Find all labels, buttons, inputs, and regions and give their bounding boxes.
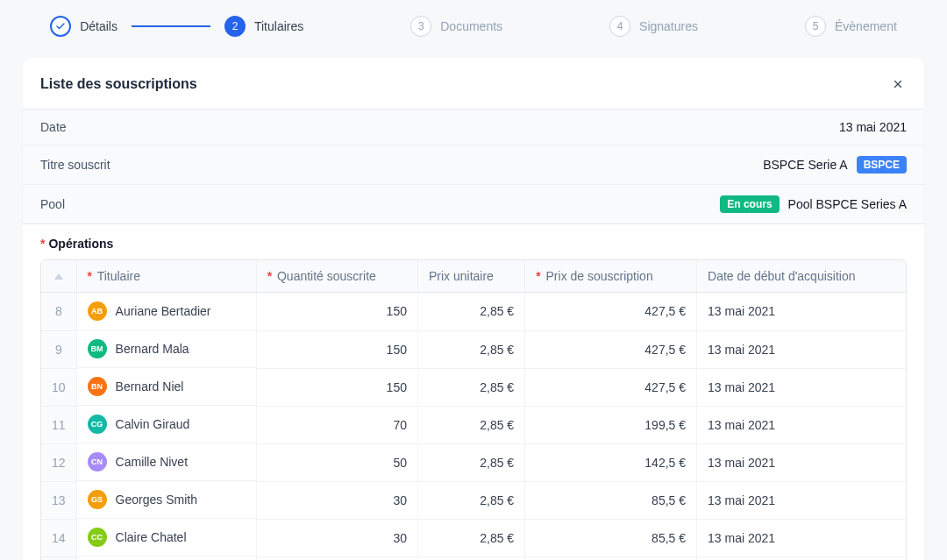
cell-acq-date: 13 mai 2021: [697, 293, 906, 331]
info-label: Pool: [40, 197, 65, 211]
cell-acq-date: 13 mai 2021: [697, 443, 906, 481]
section-title: Opérations: [48, 237, 113, 251]
bspce-badge: BSPCE: [857, 156, 907, 174]
avatar: CC: [88, 528, 107, 547]
cell-acq-date: 13 mai 2021: [697, 330, 906, 368]
cell-holder: BNBernard Niel: [77, 368, 256, 406]
operations-table: * Titulaire * Quantité souscrite Prix un…: [40, 259, 907, 560]
cell-quantity: 150: [256, 368, 417, 406]
required-star-icon: *: [536, 269, 540, 283]
cell-holder: BMBernard Mala: [77, 330, 256, 368]
table-row[interactable]: 15CCharles Bayon302,85 €85,5 €13 mai 202…: [41, 556, 906, 560]
col-holder[interactable]: * Titulaire: [76, 260, 256, 293]
cell-acq-date: 13 mai 2021: [697, 519, 906, 556]
col-index[interactable]: [41, 260, 76, 293]
check-icon: [50, 16, 71, 37]
pool-value: Pool BSPCE Series A: [788, 197, 907, 211]
step-label: Documents: [440, 19, 502, 33]
cell-unit-price: 2,85 €: [417, 330, 524, 368]
row-index: 11: [41, 406, 76, 443]
step-signatures[interactable]: 4 Signatures: [609, 16, 698, 37]
cell-holder: CCClaire Chatel: [77, 519, 256, 556]
row-index: 12: [41, 443, 76, 481]
required-star-icon: *: [267, 269, 272, 283]
cell-quantity: 150: [256, 293, 417, 331]
operations-header: * Opérations: [23, 224, 924, 259]
col-label: Prix unitaire: [429, 269, 494, 283]
cell-quantity: 30: [256, 556, 417, 560]
info-row-pool: Pool En cours Pool BSPCE Series A: [23, 185, 924, 223]
step-titulaires[interactable]: 2 Titulaires: [224, 16, 303, 37]
avatar: CN: [88, 452, 107, 471]
holder-name: Auriane Bertadier: [116, 304, 211, 318]
step-connector: [712, 25, 791, 27]
step-label: Évènement: [835, 19, 897, 33]
holder-name: Camille Nivet: [116, 455, 188, 469]
subscriptions-panel: Liste des souscriptions Date 13 mai 2021…: [23, 58, 924, 560]
avatar: CG: [88, 415, 107, 434]
avatar: BM: [88, 339, 107, 358]
cell-holder: CNCamille Nivet: [77, 443, 256, 481]
info-value: En cours Pool BSPCE Series A: [720, 195, 907, 213]
cell-unit-price: 2,85 €: [417, 443, 524, 481]
stepper: Détails 2 Titulaires 3 Documents 4 Signa…: [0, 0, 947, 53]
table-row[interactable]: 8ABAuriane Bertadier1502,85 €427,5 €13 m…: [41, 293, 906, 331]
cell-holder: GSGeorges Smith: [77, 481, 256, 519]
col-sub-price[interactable]: * Prix de souscription: [525, 260, 697, 293]
cell-sub-price: 427,5 €: [525, 368, 697, 406]
step-connector: [317, 25, 396, 27]
cell-unit-price: 2,85 €: [417, 481, 524, 519]
titre-value: BSPCE Serie A: [763, 158, 848, 172]
col-label: Prix de souscription: [546, 269, 653, 283]
panel-header: Liste des souscriptions: [23, 58, 924, 109]
cell-holder: CGCalvin Giraud: [77, 406, 256, 443]
step-label: Titulaires: [254, 19, 303, 33]
table-row[interactable]: 10BNBernard Niel1502,85 €427,5 €13 mai 2…: [41, 368, 906, 406]
cell-quantity: 30: [256, 481, 417, 519]
required-star-icon: *: [88, 269, 92, 283]
info-block: Date 13 mai 2021 Titre souscrit BSPCE Se…: [23, 109, 924, 224]
col-label: Quantité souscrite: [277, 269, 376, 283]
step-label: Signatures: [639, 19, 698, 33]
avatar: GS: [88, 490, 107, 509]
holder-name: Bernard Niel: [116, 379, 184, 393]
step-documents[interactable]: 3 Documents: [410, 16, 502, 37]
table-row[interactable]: 11CGCalvin Giraud702,85 €199,5 €13 mai 2…: [41, 406, 906, 443]
col-label: Date de début d'acquisition: [708, 269, 855, 283]
cell-quantity: 150: [256, 330, 417, 368]
cell-sub-price: 427,5 €: [525, 293, 697, 331]
table-row[interactable]: 13GSGeorges Smith302,85 €85,5 €13 mai 20…: [41, 481, 906, 519]
info-value: 13 mai 2021: [839, 120, 907, 134]
holder-name: Calvin Giraud: [116, 417, 190, 431]
holder-name: Bernard Mala: [116, 342, 189, 356]
table-row[interactable]: 14CCClaire Chatel302,85 €85,5 €13 mai 20…: [41, 519, 906, 556]
step-connector: [132, 25, 210, 27]
step-details[interactable]: Détails: [50, 16, 117, 37]
col-unit-price[interactable]: Prix unitaire: [417, 260, 524, 293]
info-label: Titre souscrit: [40, 158, 110, 172]
table-header-row: * Titulaire * Quantité souscrite Prix un…: [41, 260, 906, 293]
cell-unit-price: 2,85 €: [417, 406, 524, 443]
row-index: 13: [41, 481, 76, 519]
cell-acq-date: 13 mai 2021: [697, 556, 906, 560]
table-row[interactable]: 9BMBernard Mala1502,85 €427,5 €13 mai 20…: [41, 330, 906, 368]
cell-sub-price: 85,5 €: [525, 481, 697, 519]
info-value: BSPCE Serie A BSPCE: [763, 156, 907, 174]
cell-acq-date: 13 mai 2021: [697, 481, 906, 519]
cell-unit-price: 2,85 €: [417, 293, 524, 331]
step-number-icon: 3: [410, 16, 431, 37]
cell-quantity: 70: [256, 406, 417, 443]
table-row[interactable]: 12CNCamille Nivet502,85 €142,5 €13 mai 2…: [41, 443, 906, 481]
holder-name: Georges Smith: [116, 493, 197, 507]
step-number-icon: 5: [805, 16, 826, 37]
cell-sub-price: 142,5 €: [525, 443, 697, 481]
cell-unit-price: 2,85 €: [417, 368, 524, 406]
close-icon[interactable]: [889, 75, 907, 93]
cell-quantity: 50: [256, 443, 417, 481]
col-acq-date[interactable]: Date de début d'acquisition: [697, 260, 906, 293]
cell-holder: CCharles Bayon: [77, 556, 256, 560]
step-evenement[interactable]: 5 Évènement: [805, 16, 897, 37]
cell-quantity: 30: [256, 519, 417, 556]
col-quantity[interactable]: * Quantité souscrite: [256, 260, 417, 293]
holder-name: Claire Chatel: [116, 530, 187, 544]
